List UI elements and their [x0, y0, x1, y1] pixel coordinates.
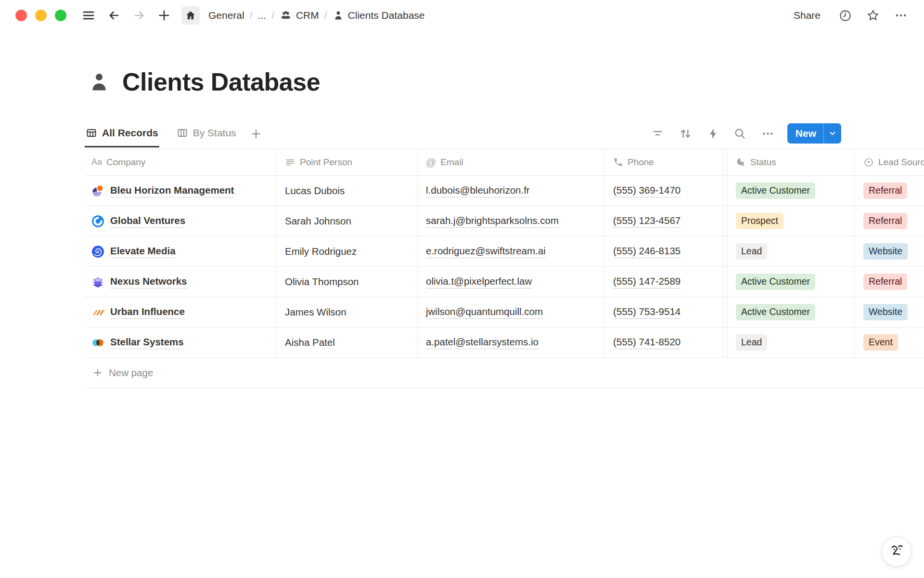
company-page-link[interactable]: Elevate Media: [110, 245, 176, 258]
new-record-button[interactable]: New: [787, 123, 841, 144]
company-cell[interactable]: Urban Influence: [85, 297, 277, 327]
forward-icon[interactable]: [132, 9, 146, 22]
search-icon[interactable]: [733, 127, 746, 140]
person-icon[interactable]: [88, 70, 111, 93]
column-header-phone[interactable]: Phone: [604, 149, 723, 175]
phone-cell[interactable]: (555) 753-9514: [604, 297, 723, 327]
column-header-status[interactable]: Status: [727, 149, 855, 175]
company-cell[interactable]: Bleu Horizon Management: [85, 176, 277, 206]
breadcrumb-item-general[interactable]: General: [205, 9, 247, 22]
email-link[interactable]: l.dubois@bleuhorizon.fr: [426, 184, 530, 197]
sort-icon[interactable]: [679, 127, 693, 141]
tab-by-status[interactable]: By Status: [176, 127, 237, 147]
lead-source-cell[interactable]: Website: [855, 236, 924, 266]
phone-link[interactable]: (555) 123-4567: [613, 215, 680, 228]
point-person-cell[interactable]: James Wilson: [277, 297, 418, 327]
email-cell[interactable]: a.patel@stellarsystems.io: [418, 328, 604, 357]
column-header-email[interactable]: @ Email: [418, 149, 604, 175]
lead-source-badge[interactable]: Website: [863, 304, 908, 320]
column-header-company[interactable]: Aa Company: [85, 149, 277, 175]
point-person-cell[interactable]: Lucas Dubois: [277, 176, 418, 206]
back-icon[interactable]: [107, 9, 121, 22]
more-options-icon[interactable]: [894, 9, 908, 22]
share-button[interactable]: Share: [790, 8, 824, 23]
status-badge[interactable]: Lead: [736, 243, 767, 259]
notion-ai-button[interactable]: [882, 537, 911, 566]
phone-cell[interactable]: (555) 741-8520: [604, 328, 723, 357]
email-cell[interactable]: jwilson@quantumquill.com: [418, 297, 604, 327]
phone-cell[interactable]: (555) 369-1470: [604, 176, 723, 206]
company-cell[interactable]: Global Ventures: [85, 206, 277, 236]
home-icon[interactable]: [181, 6, 200, 25]
phone-link[interactable]: (555) 741-8520: [613, 336, 680, 349]
point-person-cell[interactable]: Aisha Patel: [277, 328, 418, 357]
breadcrumb-ellipsis[interactable]: ...: [255, 9, 270, 22]
email-cell[interactable]: e.rodriguez@swiftstream.ai: [418, 236, 604, 266]
company-page-link[interactable]: Nexus Networks: [110, 276, 187, 289]
column-header-point-person[interactable]: Point Person: [277, 149, 418, 175]
add-view-icon[interactable]: [250, 128, 262, 147]
status-badge[interactable]: Active Customer: [736, 304, 815, 320]
lead-source-badge[interactable]: Website: [863, 243, 908, 259]
lead-source-cell[interactable]: Event: [855, 328, 924, 357]
lead-source-cell[interactable]: Referral: [855, 267, 924, 297]
email-link[interactable]: olivia.t@pixelperfect.law: [426, 276, 532, 289]
status-badge[interactable]: Prospect: [736, 213, 783, 229]
breadcrumb-item-clients-database[interactable]: Clients Database: [330, 9, 428, 22]
company-page-link[interactable]: Global Ventures: [110, 215, 185, 228]
chevron-down-icon[interactable]: [824, 123, 841, 144]
sidebar-menu-icon[interactable]: [81, 8, 96, 23]
email-cell[interactable]: sarah.j@brightsparksolns.com: [418, 206, 604, 236]
lead-source-badge[interactable]: Referral: [863, 183, 907, 198]
column-header-lead-source[interactable]: Lead Source: [855, 149, 924, 175]
lead-source-cell[interactable]: Referral: [855, 176, 924, 206]
point-person-cell[interactable]: Emily Rodriguez: [277, 236, 418, 266]
company-cell[interactable]: Stellar Systems: [85, 328, 277, 357]
company-page-link[interactable]: Urban Influence: [110, 306, 185, 319]
new-page-row[interactable]: New page: [85, 358, 924, 388]
phone-cell[interactable]: (555) 147-2589: [604, 267, 723, 297]
email-cell[interactable]: l.dubois@bleuhorizon.fr: [418, 176, 604, 206]
status-cell[interactable]: Active Customer: [727, 297, 855, 327]
new-tab-icon[interactable]: [157, 9, 171, 22]
breadcrumb-item-crm[interactable]: CRM: [277, 8, 322, 23]
lead-source-badge[interactable]: Referral: [863, 274, 907, 289]
lead-source-badge[interactable]: Event: [863, 334, 898, 350]
phone-link[interactable]: (555) 369-1470: [613, 184, 680, 197]
minimize-window-button[interactable]: [35, 10, 47, 21]
zoom-window-button[interactable]: [55, 10, 66, 21]
lightning-icon[interactable]: [707, 128, 719, 140]
filter-icon[interactable]: [651, 127, 664, 140]
email-link[interactable]: e.rodriguez@swiftstream.ai: [426, 245, 546, 258]
status-badge[interactable]: Lead: [736, 334, 767, 350]
status-cell[interactable]: Active Customer: [727, 267, 855, 297]
status-badge[interactable]: Active Customer: [736, 183, 815, 198]
company-page-link[interactable]: Stellar Systems: [110, 336, 184, 349]
phone-link[interactable]: (555) 753-9514: [613, 306, 680, 319]
lead-source-cell[interactable]: Website: [855, 297, 924, 327]
clock-history-icon[interactable]: [839, 9, 852, 22]
star-favorite-icon[interactable]: [866, 9, 880, 22]
email-cell[interactable]: olivia.t@pixelperfect.law: [418, 267, 604, 297]
view-more-options-icon[interactable]: [761, 127, 775, 141]
status-cell[interactable]: Lead: [727, 236, 855, 266]
phone-cell[interactable]: (555) 246-8135: [604, 236, 723, 266]
lead-source-badge[interactable]: Referral: [863, 213, 907, 229]
lead-source-cell[interactable]: Referral: [855, 206, 924, 236]
point-person-cell[interactable]: Olivia Thompson: [277, 267, 418, 297]
email-link[interactable]: jwilson@quantumquill.com: [426, 306, 543, 319]
email-link[interactable]: a.patel@stellarsystems.io: [426, 336, 539, 349]
email-link[interactable]: sarah.j@brightsparksolns.com: [426, 215, 559, 228]
company-cell[interactable]: Nexus Networks: [85, 267, 277, 297]
status-badge[interactable]: Active Customer: [736, 274, 815, 289]
company-page-link[interactable]: Bleu Horizon Management: [110, 184, 234, 197]
close-window-button[interactable]: [15, 10, 27, 21]
phone-link[interactable]: (555) 147-2589: [613, 276, 680, 289]
phone-cell[interactable]: (555) 123-4567: [604, 206, 723, 236]
company-cell[interactable]: Elevate Media: [85, 236, 277, 266]
point-person-cell[interactable]: Sarah Johnson: [277, 206, 418, 236]
status-cell[interactable]: Active Customer: [727, 176, 855, 206]
status-cell[interactable]: Prospect: [727, 206, 855, 236]
tab-all-records[interactable]: All Records: [85, 127, 159, 147]
status-cell[interactable]: Lead: [727, 328, 855, 357]
